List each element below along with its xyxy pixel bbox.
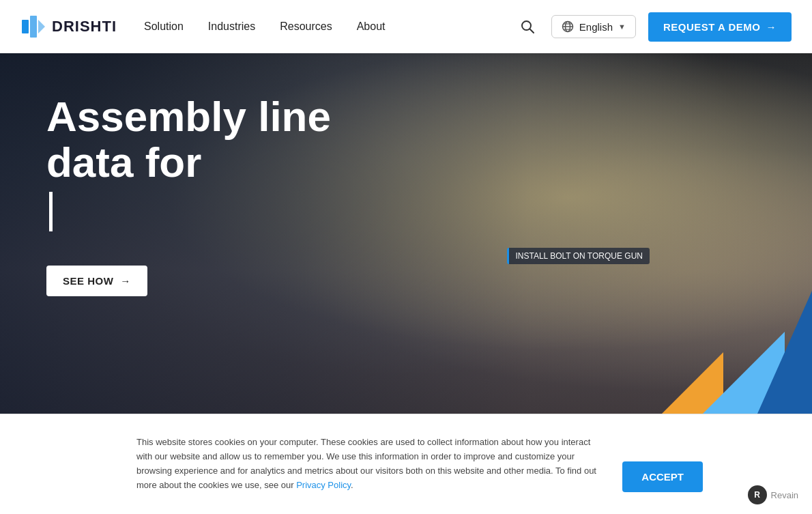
nav-solution[interactable]: Solution: [144, 20, 184, 33]
cookie-text: This website stores cookies on your comp…: [136, 436, 602, 492]
cookie-banner: This website stores cookies on your comp…: [0, 414, 812, 514]
privacy-policy-link[interactable]: Privacy Policy: [296, 480, 351, 490]
request-demo-button[interactable]: REQUEST A DEMO →: [648, 12, 792, 42]
nav-about[interactable]: About: [357, 20, 386, 33]
hero-section: Assembly line data for SEE HOW → INSTALL…: [0, 53, 812, 414]
arrow-right-icon: →: [766, 21, 777, 33]
brand-name: DRISHTI: [52, 18, 117, 35]
svg-rect-0: [22, 20, 29, 33]
revain-logo: R Revain: [748, 485, 798, 504]
svg-rect-1: [30, 16, 37, 38]
language-label: English: [579, 21, 613, 33]
hud-overlay-label: INSTALL BOLT ON TORQUE GUN: [507, 248, 650, 264]
search-icon: [520, 19, 535, 34]
svg-line-4: [530, 29, 534, 33]
language-selector[interactable]: English ▼: [551, 15, 636, 38]
nav-links: Solution Industries Resources About: [144, 20, 516, 33]
revain-label: Revain: [771, 490, 798, 500]
chevron-down-icon: ▼: [618, 23, 626, 31]
nav-resources[interactable]: Resources: [280, 20, 332, 33]
logo-link[interactable]: DRISHTI: [20, 14, 117, 39]
drishti-logo-icon: [20, 14, 45, 39]
nav-industries[interactable]: Industries: [208, 20, 255, 33]
hero-cursor: [49, 192, 53, 231]
accept-cookies-button[interactable]: ACCEPT: [622, 461, 703, 492]
hero-content: Assembly line data for SEE HOW →: [0, 53, 812, 296]
navbar: DRISHTI Solution Industries Resources Ab…: [0, 0, 812, 53]
hero-title: Assembly line data for: [46, 94, 812, 231]
revain-icon: R: [748, 485, 767, 504]
see-how-button[interactable]: SEE HOW →: [46, 266, 147, 296]
arrow-right-icon: →: [120, 275, 131, 287]
svg-marker-2: [38, 20, 45, 33]
nav-right: English ▼ REQUEST A DEMO →: [516, 12, 792, 42]
search-button[interactable]: [516, 15, 539, 38]
globe-icon: [562, 20, 574, 33]
